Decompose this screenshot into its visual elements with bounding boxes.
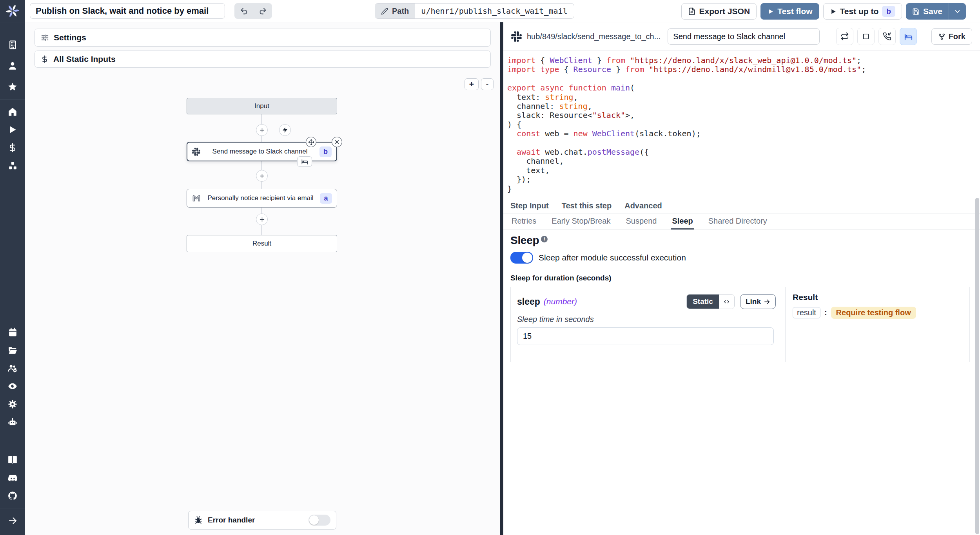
sidebar-item-favorites[interactable]	[0, 78, 25, 96]
code-icon	[724, 299, 730, 305]
flow-node-result[interactable]: Result	[187, 235, 337, 252]
slack-icon	[511, 31, 522, 42]
sidebar-item-workers[interactable]	[0, 413, 25, 431]
sidebar-item-discord[interactable]	[0, 469, 25, 487]
subtab-sleep[interactable]: Sleep	[671, 213, 694, 230]
undo-button[interactable]	[234, 3, 253, 19]
test-flow-label: Test flow	[777, 7, 812, 16]
fork-button[interactable]: Fork	[931, 28, 972, 45]
step-sleep-indicator[interactable]	[297, 156, 312, 167]
redo-button[interactable]	[253, 3, 272, 19]
sleep-button[interactable]	[900, 28, 917, 45]
sidebar-item-docs[interactable]	[0, 451, 25, 469]
tab-step-input[interactable]: Step Input	[510, 201, 549, 210]
sidebar-item-schedules[interactable]	[0, 323, 25, 341]
flow-node-email-label: Personally notice recipient via email	[201, 194, 320, 202]
move-icon	[308, 139, 314, 145]
test-up-to-label: Test up to	[840, 7, 879, 16]
step-feature-toggles	[836, 28, 917, 45]
export-json-label: Export JSON	[699, 7, 750, 16]
phone-incoming-icon	[883, 32, 891, 41]
plus-icon	[259, 173, 265, 179]
path-editor[interactable]: Path u/henri/publish_slack_wait_mail	[375, 3, 574, 19]
early-stop-button[interactable]	[857, 28, 875, 45]
save-label: Save	[923, 7, 942, 16]
sidebar-item-variables[interactable]	[0, 139, 25, 157]
panel-resize-splitter[interactable]	[500, 22, 503, 535]
sidebar-item-workspace[interactable]	[0, 36, 25, 54]
field-description: Sleep time in seconds	[517, 315, 776, 324]
subtab-suspend[interactable]: Suspend	[624, 213, 658, 230]
sleep-settings-section: Sleep i Sleep after module successful ex…	[503, 230, 980, 362]
zap-icon	[282, 127, 288, 133]
insert-step-button-1[interactable]	[256, 124, 268, 136]
zoom-out-button[interactable]: -	[481, 78, 494, 90]
sleep-toggle-label: Sleep after module successful execution	[539, 253, 686, 262]
error-handler-toggle[interactable]	[309, 515, 330, 526]
save-dropdown-button[interactable]	[949, 3, 966, 20]
tab-advanced[interactable]: Advanced	[624, 201, 662, 210]
flow-node-email-step[interactable]: Personally notice recipient via email a	[187, 189, 337, 208]
static-mode-button[interactable]: Static	[687, 295, 719, 309]
link-label: Link	[746, 297, 761, 306]
zoom-in-button[interactable]: +	[465, 78, 479, 90]
step-detail-panel: hub/849/slack/send_message_to_ch... Fork…	[503, 22, 980, 535]
sidebar-item-runs[interactable]	[0, 121, 25, 139]
book-open-icon	[7, 455, 18, 465]
step-name-input[interactable]	[668, 28, 820, 45]
left-rail	[0, 0, 25, 535]
flow-settings-button[interactable]: Settings	[34, 29, 491, 47]
windmill-logo[interactable]	[0, 0, 25, 22]
link-result-button[interactable]: Link	[740, 294, 776, 309]
gmail-icon	[192, 193, 201, 203]
fork-label: Fork	[949, 32, 965, 41]
test-up-to-button[interactable]: Test up to b	[823, 3, 902, 20]
flow-node-input[interactable]: Input	[187, 98, 337, 114]
sidebar-item-groups[interactable]	[0, 359, 25, 377]
plus-icon	[259, 216, 265, 223]
subtab-shared-directory[interactable]: Shared Directory	[707, 213, 768, 230]
sidebar-item-user[interactable]	[0, 57, 25, 75]
sleep-enabled-toggle[interactable]	[510, 252, 533, 264]
save-button[interactable]: Save	[906, 3, 949, 20]
export-json-button[interactable]: Export JSON	[681, 3, 757, 20]
result-key-pill: result	[793, 307, 820, 318]
sidebar-item-settings[interactable]	[0, 395, 25, 413]
sidebar-item-audit-logs[interactable]	[0, 377, 25, 395]
sidebar-item-resources[interactable]	[0, 157, 25, 175]
trigger-zap-button[interactable]	[279, 124, 291, 136]
subtab-early-stop[interactable]: Early Stop/Break	[550, 213, 612, 230]
sleep-seconds-input[interactable]	[517, 327, 774, 345]
advanced-subtabs: Retries Early Stop/Break Suspend Sleep S…	[503, 213, 980, 230]
tab-test-this-step[interactable]: Test this step	[562, 201, 612, 210]
flow-settings-label: Settings	[54, 33, 86, 42]
insert-step-button-2[interactable]	[256, 170, 268, 182]
code-editor[interactable]: import { WebClient } from "https://deno.…	[503, 51, 980, 198]
sleep-field-editor: sleep (number) Static Link Sleep time in…	[511, 287, 786, 362]
repeat-icon	[840, 32, 849, 41]
all-static-inputs-button[interactable]: All Static Inputs	[34, 51, 491, 68]
test-flow-button[interactable]: Test flow	[760, 3, 819, 20]
sidebar-item-home[interactable]	[0, 103, 25, 121]
sidebar-item-folders[interactable]	[0, 341, 25, 359]
bug-icon	[194, 516, 203, 524]
result-value-chip: Require testing flow	[831, 307, 916, 319]
suspend-button[interactable]	[878, 28, 896, 45]
result-colon: :	[824, 308, 827, 317]
retries-button[interactable]	[836, 28, 853, 45]
flow-title-input[interactable]	[30, 3, 225, 19]
insert-step-button-3[interactable]	[256, 213, 268, 225]
expression-mode-button[interactable]	[719, 295, 734, 309]
flow-node-input-label: Input	[254, 102, 269, 110]
flow-node-email-id-badge: a	[320, 193, 332, 204]
subtab-retries[interactable]: Retries	[510, 213, 537, 230]
move-step-button[interactable]	[306, 137, 316, 147]
sidebar-item-github[interactable]	[0, 487, 25, 505]
error-handler-node[interactable]: Error handler	[188, 511, 336, 530]
vertical-scrollbar[interactable]	[975, 198, 979, 534]
info-icon[interactable]: i	[541, 236, 548, 242]
gear-icon	[7, 399, 18, 409]
windmill-logo-icon	[5, 4, 20, 18]
sidebar-expand-button[interactable]	[0, 512, 25, 530]
delete-step-button[interactable]	[332, 137, 342, 147]
